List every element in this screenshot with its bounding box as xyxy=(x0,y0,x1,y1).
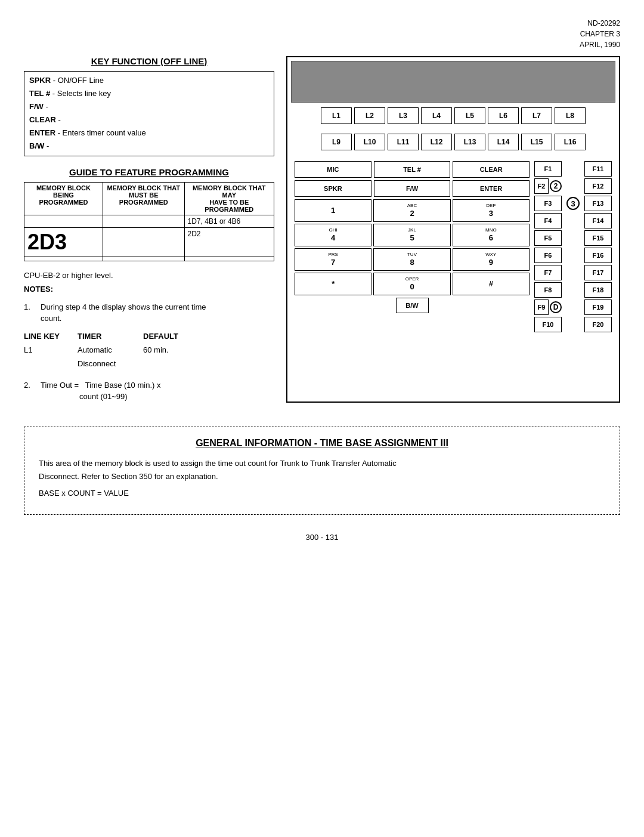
page-header: ND-20292 CHAPTER 3 APRIL, 1990 xyxy=(24,18,620,50)
notes-section: CPU-EB-2 or higher level. NOTES: 1. Duri… xyxy=(24,270,274,403)
btn-F10[interactable]: F10 xyxy=(534,317,562,332)
btn-L4[interactable]: L4 xyxy=(421,107,452,124)
btn-F15[interactable]: F15 xyxy=(584,230,612,246)
circle-D: D xyxy=(550,301,562,313)
btn-hash[interactable]: # xyxy=(453,273,530,295)
guide-row2: 2D3 2D2 xyxy=(24,227,274,257)
btn-L3[interactable]: L3 xyxy=(388,107,419,124)
btn-L8[interactable]: L8 xyxy=(555,107,586,124)
btn-L5[interactable]: L5 xyxy=(454,107,485,124)
guide-table: MEMORY BLOCK BEINGPROGRAMMED MEMORY BLOC… xyxy=(24,182,274,261)
btn-3[interactable]: DEF3 xyxy=(453,199,530,222)
guide-col1-header: MEMORY BLOCK BEINGPROGRAMMED xyxy=(24,182,103,215)
btn-6[interactable]: MNO6 xyxy=(453,224,530,246)
guide-col3-header: MEMORY BLOCK THAT MAYHAVE TO BE PROGRAMM… xyxy=(184,182,274,215)
bottom-section: GENERAL INFORMATION - TIME BASE ASSIGNME… xyxy=(24,427,620,515)
note-item-1: 1. During step 4 the display shows the c… xyxy=(24,301,274,325)
bottom-text: This area of the memory block is used to… xyxy=(39,457,605,500)
guide-row1: 1D7, 4B1 or 4B6 xyxy=(24,215,274,227)
keypad-row2: SPKR F/W ENTER xyxy=(295,180,530,197)
numpad-grid: 1 ABC2 DEF3 GHI4 JKL5 MNO6 PRS7 TUV8 WXY… xyxy=(295,199,530,295)
btn-fw[interactable]: F/W xyxy=(374,180,451,197)
phone-panel: L1 L2 L3 L4 L5 L6 L7 L8 L9 L10 L11 L12 xyxy=(287,57,619,336)
btn-F16[interactable]: F16 xyxy=(584,248,612,263)
key-item-fw: F/W - xyxy=(29,100,269,113)
guide-row3 xyxy=(24,257,274,261)
header-line3: APRIL, 1990 xyxy=(24,39,620,50)
btn-F2[interactable]: F2 xyxy=(534,178,549,194)
btn-L16[interactable]: L16 xyxy=(555,134,586,150)
btn-0[interactable]: OPER0 xyxy=(373,273,450,295)
btn-F13[interactable]: F13 xyxy=(584,196,612,211)
note-item-2: 2. Time Out = Time Base (10 min.) x coun… xyxy=(24,379,274,403)
btn-L14[interactable]: L14 xyxy=(488,134,519,150)
cpu-line2: NOTES: xyxy=(24,283,274,295)
btn-1[interactable]: 1 xyxy=(295,199,371,222)
key-function-list: SPKR - ON/OFF Line TEL # - Selects line … xyxy=(24,71,274,156)
btn-2[interactable]: ABC2 xyxy=(373,199,450,222)
btn-F19[interactable]: F19 xyxy=(584,299,612,315)
l-row-1: L1 L2 L3 L4 L5 L6 L7 L8 xyxy=(291,107,615,124)
btn-F20[interactable]: F20 xyxy=(584,317,612,332)
cpu-line1: CPU-EB-2 or higher level. xyxy=(24,270,274,282)
btn-F8[interactable]: F8 xyxy=(534,282,562,298)
guide-row3-col3 xyxy=(184,257,274,261)
btn-L6[interactable]: L6 xyxy=(488,107,519,124)
btn-L15[interactable]: L15 xyxy=(521,134,552,150)
guide-row1-col1 xyxy=(24,215,103,227)
btn-F14[interactable]: F14 xyxy=(584,213,612,228)
btn-F6[interactable]: F6 xyxy=(534,248,562,263)
key-item-spkr: SPKR - ON/OFF Line xyxy=(29,74,269,87)
page-number: 300 - 131 xyxy=(306,533,339,542)
btn-L12[interactable]: L12 xyxy=(421,134,452,150)
guide-row3-col2 xyxy=(103,257,184,261)
btn-9[interactable]: WXY9 xyxy=(453,248,530,271)
btn-L10[interactable]: L10 xyxy=(354,134,385,150)
btn-L9[interactable]: L9 xyxy=(321,134,352,150)
btn-8[interactable]: TUV8 xyxy=(373,248,450,271)
key-item-bw: B/W - xyxy=(29,140,269,153)
guide-row2-col2 xyxy=(103,227,184,257)
btn-F7[interactable]: F7 xyxy=(534,265,562,280)
bottom-title: GENERAL INFORMATION - TIME BASE ASSIGNME… xyxy=(39,438,605,449)
btn-L1[interactable]: L1 xyxy=(321,107,352,124)
btn-L2[interactable]: L2 xyxy=(354,107,385,124)
btn-mic[interactable]: MIC xyxy=(295,161,371,178)
btn-F4[interactable]: F4 xyxy=(534,213,562,228)
btn-F9[interactable]: F9 xyxy=(534,299,549,315)
btn-F1[interactable]: F1 xyxy=(534,161,562,177)
bottom-formula: BASE x COUNT = VALUE xyxy=(39,487,605,500)
btn-spkr[interactable]: SPKR xyxy=(295,180,371,197)
btn-F11[interactable]: F11 xyxy=(584,161,612,177)
header-line2: CHAPTER 3 xyxy=(24,29,620,39)
guide-section: GUIDE TO FEATURE PROGRAMMING MEMORY BLOC… xyxy=(24,167,274,261)
btn-F18[interactable]: F18 xyxy=(584,282,612,298)
btn-tel-hash[interactable]: TEL # xyxy=(374,161,451,178)
f-right-col: F11 F12 F13 F14 F15 F16 F17 F18 F19 F20 xyxy=(584,161,612,332)
guide-row2-code: 2D3 xyxy=(24,227,103,257)
btn-L11[interactable]: L11 xyxy=(388,134,419,150)
btn-enter[interactable]: ENTER xyxy=(453,180,530,197)
btn-bw[interactable]: B/W xyxy=(396,298,429,313)
phone-display xyxy=(291,61,615,103)
right-panel: L1 L2 L3 L4 L5 L6 L7 L8 L9 L10 L11 L12 xyxy=(286,56,620,403)
btn-F5[interactable]: F5 xyxy=(534,230,562,246)
btn-F17[interactable]: F17 xyxy=(584,265,612,280)
page-footer: 300 - 131 xyxy=(24,533,620,542)
btn-L13[interactable]: L13 xyxy=(454,134,485,150)
btn-5[interactable]: JKL5 xyxy=(373,224,450,246)
btn-L7[interactable]: L7 xyxy=(521,107,552,124)
header-line1: ND-20292 xyxy=(24,18,620,29)
btn-4[interactable]: GHI4 xyxy=(295,224,371,246)
l-row-2: L9 L10 L11 L12 L13 L14 L15 L16 xyxy=(291,134,615,150)
btn-7[interactable]: PRS7 xyxy=(295,248,371,271)
key-item-clear: CLEAR - xyxy=(29,113,269,126)
btn-star[interactable]: * xyxy=(295,273,371,295)
guide-row1-col3: 1D7, 4B1 or 4B6 xyxy=(184,215,274,227)
btn-clear[interactable]: CLEAR xyxy=(453,161,530,178)
guide-row3-col1 xyxy=(24,257,103,261)
btn-F3[interactable]: F3 xyxy=(534,196,562,211)
keypad-area: MIC TEL # CLEAR SPKR F/W ENTER xyxy=(291,161,615,332)
circle-2: 2 xyxy=(550,180,562,192)
btn-F12[interactable]: F12 xyxy=(584,178,612,194)
